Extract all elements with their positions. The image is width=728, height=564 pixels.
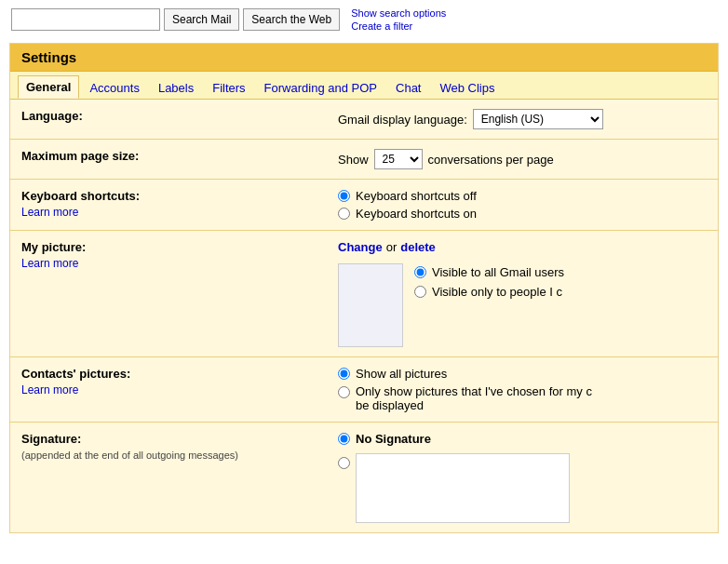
signature-textarea[interactable] (356, 453, 570, 523)
picture-options: Visible to all Gmail users Visible only … (414, 263, 564, 347)
tab-forwarding-pop[interactable]: Forwarding and POP (256, 76, 385, 99)
search-mail-button[interactable]: Search Mail (164, 8, 239, 31)
picture-links: Change or delete (338, 240, 707, 254)
change-picture-link[interactable]: Change (338, 240, 383, 254)
tab-general[interactable]: General (18, 75, 79, 99)
page-size-row: Maximum page size: Show 25 50 100 conver… (10, 140, 718, 180)
tab-chat[interactable]: Chat (387, 76, 429, 99)
signature-row: Signature: (appended at the end of all o… (10, 423, 718, 532)
contacts-pictures-control: Show all pictures Only show pictures tha… (338, 367, 707, 412)
show-all-pictures-option: Show all pictures (338, 367, 707, 381)
settings-content: Language: Gmail display language: Englis… (10, 100, 718, 532)
my-picture-learn-more-link[interactable]: Learn more (21, 257, 78, 270)
display-language-label: Gmail display language: (338, 113, 467, 127)
tab-accounts[interactable]: Accounts (81, 76, 147, 99)
my-picture-row: My picture: Learn more Change or delete … (10, 231, 718, 357)
delete-picture-link[interactable]: delete (400, 240, 436, 254)
keyboard-shortcuts-control: Keyboard shortcuts off Keyboard shortcut… (338, 189, 707, 221)
settings-tabs: General Accounts Labels Filters Forwardi… (10, 72, 718, 100)
picture-area: Visible to all Gmail users Visible only … (338, 263, 707, 347)
search-links: Show search options Create a filter (351, 7, 446, 32)
visible-all-radio[interactable] (414, 266, 426, 278)
contacts-pictures-label: Contacts' pictures: Learn more (21, 367, 338, 396)
contacts-pictures-row: Contacts' pictures: Learn more Show all … (10, 357, 718, 423)
page-size-label: Maximum page size: (21, 149, 338, 165)
search-input[interactable] (11, 8, 160, 31)
keyboard-on-label: Keyboard shortcuts on (356, 207, 477, 221)
tab-web-clips[interactable]: Web Clips (431, 76, 503, 99)
visible-all-option: Visible to all Gmail users (414, 265, 564, 279)
signature-label: Signature: (appended at the end of all o… (21, 432, 338, 462)
show-chosen-text: Only show pictures that I've chosen for … (356, 384, 592, 412)
language-label: Language: (21, 109, 338, 125)
no-signature-label: No Signature (356, 432, 431, 446)
show-all-pictures-radio[interactable] (338, 368, 350, 380)
no-signature-option: No Signature (338, 432, 707, 446)
picture-thumbnail (338, 263, 403, 347)
visible-contacts-label: Visible only to people I c (432, 285, 562, 299)
settings-panel: Settings General Accounts Labels Filters… (9, 43, 719, 533)
signature-sub-label: (appended at the end of all outgoing mes… (21, 450, 238, 461)
custom-signature-option (338, 453, 707, 523)
no-signature-radio[interactable] (338, 433, 350, 445)
visible-all-label: Visible to all Gmail users (432, 265, 564, 279)
settings-title: Settings (10, 44, 718, 72)
keyboard-learn-more-link[interactable]: Learn more (21, 206, 78, 219)
my-picture-control: Change or delete Visible to all Gmail us… (338, 240, 707, 347)
show-chosen-option: Only show pictures that I've chosen for … (338, 384, 707, 412)
language-row: Language: Gmail display language: Englis… (10, 100, 718, 140)
tab-labels[interactable]: Labels (150, 76, 202, 99)
custom-signature-radio[interactable] (338, 457, 350, 469)
search-web-button[interactable]: Search the Web (243, 8, 340, 31)
keyboard-shortcuts-label: Keyboard shortcuts: Learn more (21, 189, 338, 219)
page-size-control: Show 25 50 100 conversations per page (338, 149, 707, 169)
keyboard-on-option: Keyboard shortcuts on (338, 207, 707, 221)
page-size-select[interactable]: 25 50 100 (374, 149, 423, 169)
keyboard-off-option: Keyboard shortcuts off (338, 189, 707, 203)
show-all-pictures-label: Show all pictures (356, 367, 447, 381)
create-filter-link[interactable]: Create a filter (351, 20, 446, 32)
contacts-learn-more-link[interactable]: Learn more (21, 383, 78, 396)
top-bar: Search Mail Search the Web Show search o… (0, 0, 728, 39)
visible-contacts-radio[interactable] (414, 286, 426, 298)
language-control: Gmail display language: English (US) (338, 109, 707, 129)
language-select[interactable]: English (US) (473, 109, 603, 129)
signature-control: No Signature (338, 432, 707, 523)
keyboard-off-radio[interactable] (338, 190, 350, 202)
keyboard-on-radio[interactable] (338, 208, 350, 220)
show-search-options-link[interactable]: Show search options (351, 7, 446, 19)
conversations-label: conversations per page (428, 153, 554, 167)
or-text: or (386, 240, 398, 254)
keyboard-off-label: Keyboard shortcuts off (356, 189, 477, 203)
show-chosen-radio[interactable] (338, 386, 350, 398)
keyboard-shortcuts-row: Keyboard shortcuts: Learn more Keyboard … (10, 180, 718, 231)
visible-contacts-option: Visible only to people I c (414, 285, 564, 299)
my-picture-label: My picture: Learn more (21, 240, 338, 270)
tab-filters[interactable]: Filters (204, 76, 253, 99)
show-label: Show (338, 153, 369, 167)
